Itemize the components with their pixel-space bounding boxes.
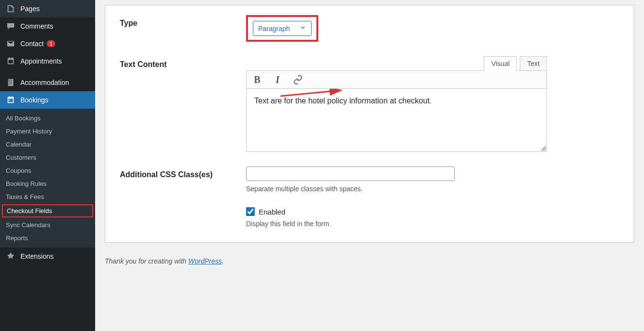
type-select-value: Paragraph (258, 25, 290, 33)
sidebar-item-label: Accommodation (20, 79, 69, 86)
row-type: Type Paragraph (120, 15, 619, 42)
enabled-label: Enabled (259, 208, 285, 216)
comments-icon (6, 21, 16, 31)
enabled-spacer (120, 207, 246, 211)
css-classes-input[interactable] (246, 166, 455, 181)
row-text-content: Text Content Visual Text B I Text are fo… (120, 56, 619, 152)
chevron-down-icon (299, 24, 306, 33)
sidebar-item-pages[interactable]: Pages (0, 0, 95, 17)
css-help-text: Separate multiple classes with spaces. (246, 185, 619, 193)
enabled-checkbox[interactable] (246, 207, 255, 216)
submenu-calendar[interactable]: Calendar (0, 138, 95, 151)
italic-button[interactable]: I (272, 74, 283, 85)
main-content: Type Paragraph Text Content Visual Text (95, 0, 644, 331)
sidebar-item-label: Appointments (20, 57, 62, 65)
pages-icon (6, 4, 16, 14)
submenu-all-bookings[interactable]: All Bookings (0, 112, 95, 125)
sidebar-item-contact[interactable]: Contact 1 (0, 35, 95, 52)
submenu-reports[interactable]: Reports (0, 232, 95, 245)
bookings-icon (6, 95, 16, 105)
editor-textarea[interactable]: Text are for the hotel policy informatio… (246, 89, 547, 152)
sidebar-item-label: Extensions (20, 252, 53, 260)
css-label: Additional CSS Class(es) (120, 166, 246, 179)
content-label: Text Content (120, 56, 246, 69)
submenu-taxes-fees[interactable]: Taxes & Fees (0, 190, 95, 203)
sidebar-item-label: Pages (20, 5, 40, 13)
sidebar-item-label: Contact (20, 40, 44, 48)
submenu-customers[interactable]: Customers (0, 151, 95, 164)
building-icon (6, 78, 16, 87)
field-settings-card: Type Paragraph Text Content Visual Text (105, 5, 634, 243)
calendar-icon (6, 56, 16, 66)
enabled-checkbox-row: Enabled (246, 207, 619, 216)
link-button[interactable] (292, 74, 304, 85)
type-label: Type (120, 15, 246, 28)
admin-sidebar: Pages Comments Contact 1 Appointments Ac… (0, 0, 95, 331)
contact-icon (6, 39, 16, 49)
row-css-classes: Additional CSS Class(es) Separate multip… (120, 166, 619, 193)
sidebar-item-label: Comments (20, 22, 53, 30)
row-enabled: Enabled Display this field in the form. (120, 207, 619, 228)
editor-toolbar: B I (246, 70, 547, 89)
type-highlight: Paragraph (246, 15, 318, 42)
sidebar-item-appointments[interactable]: Appointments (0, 52, 95, 70)
footer-prefix: Thank you for creating with (105, 257, 188, 265)
wordpress-link[interactable]: WordPress (188, 257, 222, 265)
sidebar-item-accommodation[interactable]: Accommodation (0, 74, 95, 91)
admin-footer: Thank you for creating with WordPress. (105, 257, 634, 265)
type-select[interactable]: Paragraph (253, 21, 312, 36)
bookings-submenu: All Bookings Payment History Calendar Cu… (0, 109, 95, 248)
sidebar-item-comments[interactable]: Comments (0, 17, 95, 35)
footer-suffix: . (222, 257, 224, 265)
extensions-icon (6, 251, 16, 261)
submenu-payment-history[interactable]: Payment History (0, 125, 95, 138)
submenu-booking-rules[interactable]: Booking Rules (0, 177, 95, 190)
notification-badge: 1 (47, 40, 55, 47)
sidebar-item-label: Bookings (20, 96, 49, 104)
text-editor: Visual Text B I Text are for the hotel p… (246, 56, 547, 152)
tab-visual[interactable]: Visual (484, 56, 517, 71)
sidebar-item-extensions[interactable]: Extensions (0, 248, 95, 265)
submenu-coupons[interactable]: Coupons (0, 164, 95, 177)
editor-tabs: Visual Text (246, 56, 547, 71)
tab-text[interactable]: Text (520, 56, 547, 71)
bold-button[interactable]: B (251, 74, 263, 85)
submenu-sync-calendars[interactable]: Sync Calendars (0, 218, 95, 232)
sidebar-item-bookings[interactable]: Bookings (0, 91, 95, 109)
submenu-checkout-fields[interactable]: Checkout Fields (2, 204, 93, 217)
enabled-help-text: Display this field in the form. (246, 220, 619, 228)
